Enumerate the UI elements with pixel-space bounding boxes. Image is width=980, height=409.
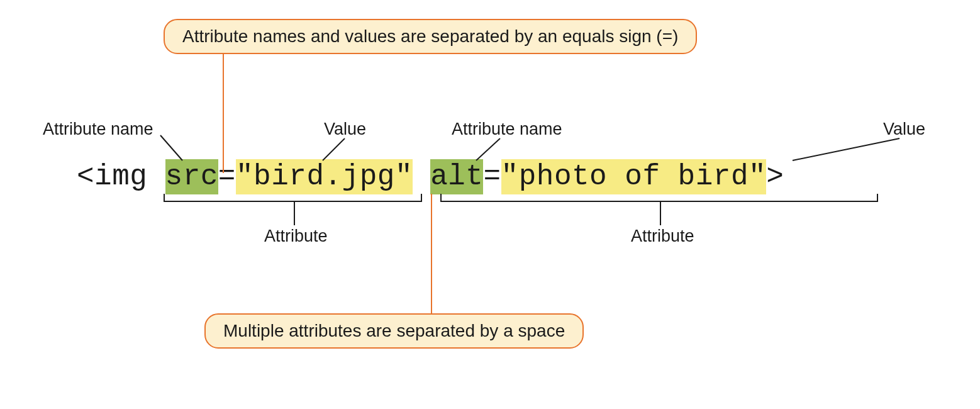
code-eq2: = xyxy=(483,160,501,193)
code-alt-name: alt xyxy=(430,159,483,194)
callout-top-text: Attribute names and values are separated… xyxy=(182,26,678,46)
callout-bottom-text: Multiple attributes are separated by a s… xyxy=(223,321,565,340)
code-alt-value: "photo of bird" xyxy=(501,159,767,194)
label-value-2: Value xyxy=(883,120,925,139)
code-example: <img src="bird.jpg" alt="photo of bird"> xyxy=(77,162,784,191)
label-attribute-name-1: Attribute name xyxy=(43,120,153,139)
callout-bottom: Multiple attributes are separated by a s… xyxy=(204,313,584,349)
callout-top: Attribute names and values are separated… xyxy=(164,19,697,54)
code-space xyxy=(413,160,430,193)
code-open: <img xyxy=(77,160,165,193)
code-close: > xyxy=(766,160,784,193)
code-eq1: = xyxy=(218,160,236,193)
label-attribute-name-2: Attribute name xyxy=(452,120,562,139)
code-src-name: src xyxy=(165,159,218,194)
label-attribute-1: Attribute xyxy=(264,227,328,246)
label-value-1: Value xyxy=(324,120,366,139)
code-src-value: "bird.jpg" xyxy=(236,159,413,194)
label-attribute-2: Attribute xyxy=(631,227,694,246)
